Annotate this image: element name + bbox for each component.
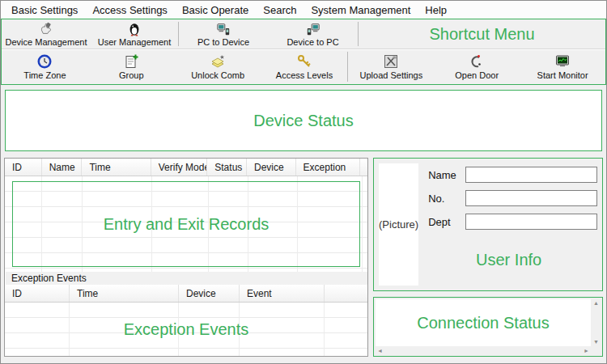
device-status-label: Device Status — [253, 112, 353, 130]
device-to-pc-button[interactable]: Device to PC — [268, 19, 358, 49]
no-field-row: No. — [428, 190, 597, 206]
start-monitor-button[interactable]: Start Monitor — [520, 49, 605, 84]
connection-status-overlay: Connection Status — [376, 299, 591, 346]
access-levels-label: Access Levels — [276, 70, 333, 80]
user-info-fields: Name No. Dept User Info — [418, 163, 599, 286]
menu-basic-operate[interactable]: Basic Operate — [175, 2, 256, 18]
records-col-filler — [360, 159, 367, 176]
no-field[interactable] — [465, 190, 597, 206]
scroll-right-icon[interactable]: ► — [582, 347, 591, 355]
bottom-strip — [1, 357, 606, 363]
dept-label: Dept — [428, 216, 465, 228]
time-zone-icon — [36, 53, 53, 70]
open-door-label: Open Door — [455, 70, 499, 80]
name-field[interactable] — [465, 167, 597, 183]
records-col-status[interactable]: Status — [207, 159, 247, 176]
pc-to-device-icon — [216, 22, 231, 36]
connection-horizontal-scrollbar[interactable]: ◄ ► — [376, 347, 591, 355]
device-management-button[interactable]: Device Management — [2, 19, 91, 49]
name-field-row: Name — [428, 167, 597, 183]
exception-grid: Exception Events — [5, 303, 367, 356]
time-zone-label: Time Zone — [23, 70, 66, 80]
entry-exit-records-label: Entry and Exit Records — [104, 215, 270, 234]
exception-col-id[interactable]: ID — [5, 285, 70, 302]
user-info-box: (Picture) Name No. Dept User Info — [373, 158, 603, 291]
exception-events-group: Exception Events — [5, 272, 367, 285]
dept-field-row: Dept — [428, 214, 597, 230]
records-panel: ID Name Time Verify Mode Status Device E… — [4, 158, 368, 357]
connection-status-box: Connection Status ▲ ▼ ◄ ► — [373, 297, 603, 357]
records-col-name[interactable]: Name — [42, 159, 83, 176]
dept-field[interactable] — [465, 214, 597, 230]
menu-help[interactable]: Help — [418, 2, 454, 18]
connection-status-label: Connection Status — [417, 314, 549, 332]
time-zone-button[interactable]: Time Zone — [2, 49, 88, 84]
records-table-header: ID Name Time Verify Mode Status Device E… — [5, 159, 367, 176]
device-to-pc-icon — [306, 22, 320, 36]
menu-basic-settings[interactable]: Basic Settings — [4, 2, 85, 18]
records-col-exception[interactable]: Exception — [296, 159, 360, 176]
entry-exit-records-overlay: Entry and Exit Records — [12, 181, 360, 267]
user-info-overlay: User Info — [418, 251, 599, 269]
scroll-down-icon[interactable]: ▼ — [592, 338, 601, 346]
scroll-left-icon[interactable]: ◄ — [376, 347, 384, 355]
exception-events-label: Exception Events — [124, 320, 249, 339]
menu-search[interactable]: Search — [256, 2, 304, 18]
open-door-button[interactable]: Open Door — [434, 49, 520, 84]
exception-col-time[interactable]: Time — [70, 285, 179, 302]
upload-settings-label: Upload Settings — [360, 70, 423, 80]
shortcut-menu-label: Shortcut Menu — [359, 19, 605, 49]
connection-vertical-scrollbar[interactable]: ▲ ▼ — [592, 299, 601, 346]
unlock-comb-label: Unlock Comb — [191, 70, 244, 80]
records-col-device[interactable]: Device — [247, 159, 296, 176]
access-levels-button[interactable]: Access Levels — [261, 49, 348, 84]
no-label: No. — [428, 193, 465, 205]
toolbar-row-2: Time Zone Group Unlock Comb Access Level… — [2, 49, 605, 84]
records-col-time[interactable]: Time — [82, 159, 151, 176]
unlock-comb-icon — [210, 53, 226, 70]
menu-access-settings[interactable]: Access Settings — [85, 2, 175, 18]
scroll-up-icon[interactable]: ▲ — [592, 299, 601, 307]
upload-settings-button[interactable]: Upload Settings — [348, 49, 434, 84]
user-picture-placeholder: (Picture) — [379, 163, 418, 286]
unlock-comb-button[interactable]: Unlock Comb — [175, 49, 261, 84]
start-monitor-icon — [554, 53, 571, 70]
records-grid: Entry and Exit Records — [5, 176, 367, 272]
records-col-id[interactable]: ID — [5, 159, 42, 176]
user-management-label: User Management — [98, 37, 172, 47]
group-button[interactable]: Group — [88, 49, 175, 84]
user-management-icon — [127, 22, 142, 36]
exception-col-device[interactable]: Device — [179, 285, 240, 302]
toolbar: Device Management User Management PC to … — [1, 19, 606, 85]
name-label: Name — [428, 169, 465, 181]
main-area: ID Name Time Verify Mode Status Device E… — [4, 158, 603, 357]
exception-col-event[interactable]: Event — [240, 285, 325, 302]
device-management-icon — [39, 22, 53, 36]
device-to-pc-label: Device to PC — [287, 37, 338, 47]
pc-to-device-label: PC to Device — [197, 37, 249, 47]
records-col-verify-mode[interactable]: Verify Mode — [151, 159, 208, 176]
open-door-icon — [469, 53, 485, 70]
exception-table-header: ID Time Device Event — [5, 285, 367, 303]
start-monitor-label: Start Monitor — [537, 70, 588, 80]
device-management-label: Device Management — [6, 37, 87, 47]
group-label: Group — [119, 70, 144, 80]
toolbar-row-1: Device Management User Management PC to … — [2, 19, 605, 49]
upload-settings-icon — [383, 53, 399, 70]
group-icon — [123, 53, 139, 70]
menu-bar: Basic Settings Access Settings Basic Ope… — [1, 1, 606, 19]
access-levels-icon — [296, 53, 312, 70]
menu-system-management[interactable]: System Management — [304, 2, 418, 18]
info-panel: (Picture) Name No. Dept User Info — [373, 158, 603, 357]
pc-to-device-button[interactable]: PC to Device — [179, 19, 268, 49]
exception-events-group-label: Exception Events — [11, 273, 87, 284]
user-management-button[interactable]: User Management — [91, 19, 178, 49]
device-status-panel: Device Status — [5, 90, 602, 151]
exception-events-overlay: Exception Events — [5, 303, 367, 356]
exception-col-filler — [325, 285, 367, 302]
app-window: Basic Settings Access Settings Basic Ope… — [0, 0, 607, 364]
